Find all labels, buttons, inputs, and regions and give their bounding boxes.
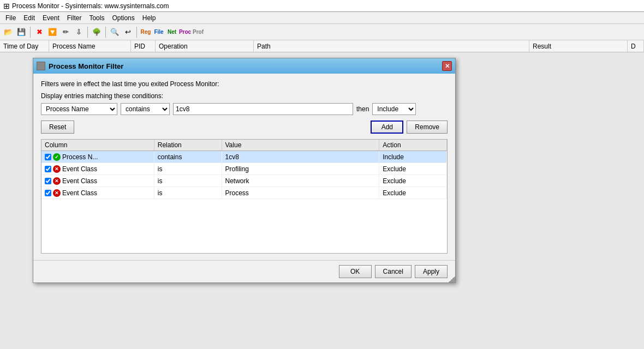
row-column-cell: ✕ Event Class	[41, 175, 154, 187]
menu-help[interactable]: Help	[139, 13, 159, 23]
dialog-title-left: Process Monitor Filter	[37, 62, 123, 70]
col-result[interactable]: Result	[529, 40, 628, 52]
filter-condition-row: Process Name PID Event Class Operation P…	[41, 103, 448, 115]
menu-bar: File Edit Event Filter Tools Options Hel…	[0, 12, 644, 24]
filter-condition-label: Display entries matching these condition…	[41, 92, 448, 100]
dialog-footer: OK Cancel Apply	[33, 260, 455, 282]
col-header-action: Action	[379, 140, 447, 151]
row-relation-cell: is	[154, 163, 222, 175]
menu-file[interactable]: File	[2, 13, 19, 23]
row-value-cell: Process	[222, 187, 379, 199]
col-operation[interactable]: Operation	[156, 40, 254, 52]
row-column-label: Event Class	[62, 189, 97, 197]
col-detail[interactable]: D	[628, 40, 644, 52]
process-tree-button[interactable]: 🌳	[91, 26, 103, 38]
filter-button[interactable]: 🔽	[46, 26, 58, 38]
cancel-button[interactable]: Cancel	[375, 265, 412, 278]
row-column-label: Event Class	[62, 177, 97, 185]
col-pid[interactable]: PID	[131, 40, 156, 52]
row-column-cell: ✓ Process N...	[41, 151, 154, 163]
filter-column-select[interactable]: Process Name PID Event Class Operation P…	[41, 103, 117, 115]
col-header-relation: Relation	[154, 140, 222, 151]
row-action-cell: Include	[379, 151, 447, 163]
filter-table-row[interactable]: ✕ Event Class is Network Exclude	[41, 175, 447, 187]
row-value-cell: Network	[222, 175, 379, 187]
filter-table-row[interactable]: ✕ Event Class is Process Exclude	[41, 187, 447, 199]
reg-activity-button[interactable]: Reg	[140, 26, 152, 38]
filter-info-text: Filters were in effect the last time you…	[41, 80, 448, 88]
app-icon: ⊞	[3, 2, 10, 10]
profile-activity-button[interactable]: Prof	[192, 26, 204, 38]
row-action-cell: Exclude	[379, 175, 447, 187]
row-action-cell: Exclude	[379, 187, 447, 199]
filter-action-select[interactable]: Include Exclude	[372, 103, 416, 115]
filter-table-row[interactable]: ✓ Process N... contains 1cv8 Include	[41, 151, 447, 163]
dialog-title-bar: Process Monitor Filter ✕	[33, 58, 455, 74]
row-column-label: Event Class	[62, 165, 97, 173]
main-content: Process Monitor Filter ✕ Filters were in…	[0, 52, 644, 349]
clear-button[interactable]: ✖	[33, 26, 45, 38]
menu-options[interactable]: Options	[109, 13, 138, 23]
remove-button[interactable]: Remove	[407, 121, 448, 134]
toolbar-separator-3	[105, 27, 106, 38]
col-time-of-day[interactable]: Time of Day	[0, 40, 49, 52]
exclude-icon: ✕	[53, 177, 61, 185]
filter-relation-select[interactable]: contains is is not begins with ends with…	[121, 103, 170, 115]
filter-table-row[interactable]: ✕ Event Class is Profiling Exclude	[41, 163, 447, 175]
apply-button[interactable]: Apply	[415, 265, 448, 278]
menu-edit[interactable]: Edit	[20, 13, 38, 23]
menu-event[interactable]: Event	[39, 13, 63, 23]
row-checkbox[interactable]	[45, 166, 51, 172]
find-button[interactable]: 🔍	[109, 26, 121, 38]
menu-filter[interactable]: Filter	[64, 13, 85, 23]
include-icon: ✓	[53, 153, 61, 161]
title-bar: ⊞ Process Monitor - Sysinternals: www.sy…	[0, 0, 644, 12]
row-checkbox[interactable]	[45, 178, 51, 184]
column-headers: Time of Day Process Name PID Operation P…	[0, 40, 644, 52]
resize-grip[interactable]	[449, 276, 455, 282]
row-checkbox[interactable]	[45, 190, 51, 196]
autoscroll-button[interactable]: ⇩	[73, 26, 85, 38]
filter-table: Column Relation Value Action ✓ Process N…	[41, 140, 447, 199]
buttons-row: Reset Add Remove	[41, 121, 448, 134]
row-column-cell: ✕ Event Class	[41, 163, 154, 175]
row-relation-cell: contains	[154, 151, 222, 163]
row-column-cell: ✕ Event Class	[41, 187, 154, 199]
toolbar-separator-1	[30, 27, 31, 38]
row-relation-cell: is	[154, 187, 222, 199]
row-value-cell: Profiling	[222, 163, 379, 175]
exclude-icon: ✕	[53, 165, 61, 173]
save-button[interactable]: 💾	[15, 26, 27, 38]
row-column-label: Process N...	[62, 153, 98, 161]
dialog-title: Process Monitor Filter	[49, 62, 123, 70]
toolbar-separator-2	[87, 27, 88, 38]
toolbar-separator-4	[136, 27, 137, 38]
toolbar: 📂 💾 ✖ 🔽 ✏ ⇩ 🌳 🔍 ↩ Reg File Net Proc Prof	[0, 24, 644, 40]
row-value-cell: 1cv8	[222, 151, 379, 163]
dialog-close-button[interactable]: ✕	[442, 61, 452, 71]
highlight-button[interactable]: ✏	[59, 26, 71, 38]
ok-button[interactable]: OK	[339, 265, 372, 278]
net-activity-button[interactable]: Net	[166, 26, 178, 38]
jump-button[interactable]: ↩	[122, 26, 134, 38]
then-label: then	[356, 105, 369, 113]
dialog-icon	[37, 62, 45, 70]
reset-button[interactable]: Reset	[41, 121, 74, 134]
col-process-name[interactable]: Process Name	[49, 40, 131, 52]
proc-activity-button[interactable]: Proc	[179, 26, 191, 38]
col-header-column: Column	[41, 140, 154, 151]
process-monitor-filter-dialog: Process Monitor Filter ✕ Filters were in…	[33, 58, 456, 283]
dialog-body: Filters were in effect the last time you…	[33, 74, 455, 260]
menu-tools[interactable]: Tools	[86, 13, 108, 23]
row-checkbox[interactable]	[45, 154, 51, 160]
exclude-icon: ✕	[53, 189, 61, 197]
file-activity-button[interactable]: File	[153, 26, 165, 38]
col-path[interactable]: Path	[254, 40, 529, 52]
row-relation-cell: is	[154, 175, 222, 187]
add-button[interactable]: Add	[371, 121, 403, 134]
app-title: Process Monitor - Sysinternals: www.sysi…	[12, 2, 169, 10]
title-bar-left: ⊞ Process Monitor - Sysinternals: www.sy…	[3, 2, 169, 10]
row-action-cell: Exclude	[379, 163, 447, 175]
filter-value-input[interactable]	[173, 103, 353, 115]
open-button[interactable]: 📂	[2, 26, 14, 38]
